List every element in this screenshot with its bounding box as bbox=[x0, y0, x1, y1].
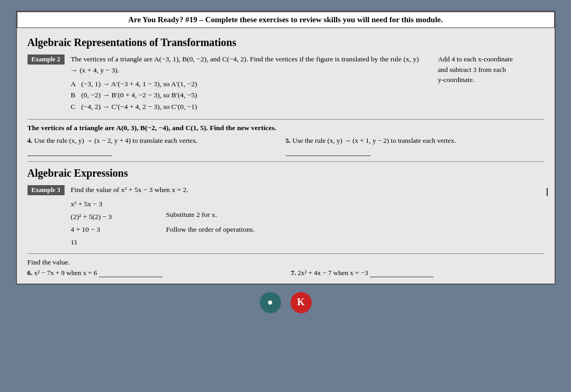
bottom-problems: 6. x² − 7x + 9 when x = 6 7. 2x² + 4x − … bbox=[28, 269, 544, 277]
problem7-text: 2x² + 4x − 7 when x = −3 bbox=[298, 269, 368, 277]
practice-question: The vertices of a triangle are A(0, 3), … bbox=[28, 124, 544, 132]
find-value-label: Find the value. bbox=[28, 258, 544, 267]
math-step1: x² + 5x − 3 bbox=[71, 198, 156, 211]
note2: Follow the order of operations. bbox=[166, 222, 255, 237]
math-step4: 11 bbox=[71, 236, 156, 249]
problems-row: 4. Use the rule (x, y) → (x − 2, y + 4) … bbox=[28, 135, 544, 156]
example3-intro: Find the value of x² + 5x − 3 when x = 2… bbox=[71, 185, 544, 196]
text-cursor bbox=[547, 188, 548, 196]
problem4-text: Use the rule (x, y) → (x − 2, y + 4) to … bbox=[34, 136, 198, 144]
problem4-num: 4. bbox=[28, 136, 33, 144]
step-A-text: (−3, 1) → A′(−3 + 4, 1 − 3), so A′(1, −2… bbox=[81, 78, 197, 90]
step-B: B (0, −2) → B′(0 + 4, −2 − 3), so B′(4, … bbox=[71, 89, 422, 101]
problem6-text: x² − 7x + 9 when x = 6 bbox=[34, 269, 97, 277]
k-icon[interactable]: K bbox=[291, 292, 312, 313]
header-text: Are You Ready? #19 – Complete these exer… bbox=[128, 15, 443, 24]
example3-label: Example 3 bbox=[28, 185, 65, 195]
step-B-text: (0, −2) → B′(0 + 4, −2 − 3), so B′(4, −5… bbox=[81, 89, 197, 101]
page-container: Are You Ready? #19 – Complete these exer… bbox=[16, 11, 556, 285]
step-A: A (−3, 1) → A′(−3 + 4, 1 − 3), so A′(1, … bbox=[71, 78, 422, 90]
note1: Substitute 2 for x. bbox=[166, 207, 255, 222]
example2-intro: The vertices of a triangle are A(−3, 1),… bbox=[71, 54, 422, 76]
teal-icon[interactable]: ● bbox=[260, 292, 281, 313]
step-C-text: (−4, 2) → C′(−4 + 4, 2 − 3), so C′(0, −1… bbox=[81, 101, 197, 113]
bottom-icons: ● K bbox=[260, 292, 312, 313]
problem7-num: 7. bbox=[291, 269, 296, 277]
note-line3: y-coordinate. bbox=[438, 75, 544, 85]
problem7: 7. 2x² + 4x − 7 when x = −3 bbox=[291, 269, 544, 277]
divider2 bbox=[28, 161, 544, 162]
header-bar: Are You Ready? #19 – Complete these exer… bbox=[17, 12, 555, 28]
step-C: C (−4, 2) → C′(−4 + 4, 2 − 3), so C′(0, … bbox=[71, 101, 422, 113]
example3-notes: Substitute 2 for x. Follow the order of … bbox=[166, 198, 255, 249]
answer-line4 bbox=[28, 156, 112, 156]
problem5: 5. Use the rule (x, y) → (x + 1, y − 2) … bbox=[286, 135, 544, 156]
example2-content: The vertices of a triangle are A(−3, 1),… bbox=[71, 54, 544, 115]
math-step2: (2)² + 5(2) − 3 bbox=[71, 211, 156, 223]
section1-title: Algebraic Representations of Transformat… bbox=[28, 37, 544, 49]
section1: Algebraic Representations of Transformat… bbox=[28, 37, 544, 156]
example3-block: Example 3 Find the value of x² + 5x − 3 … bbox=[28, 185, 544, 249]
divider3 bbox=[28, 253, 544, 254]
example3-content: Find the value of x² + 5x − 3 when x = 2… bbox=[71, 185, 544, 249]
note-line1: Add 4 to each x-coordinate bbox=[438, 54, 544, 65]
section2: Algebraic Expressions Example 3 Find the… bbox=[28, 167, 544, 277]
example2-label: Example 2 bbox=[28, 54, 65, 65]
answer-line5 bbox=[286, 156, 370, 156]
section2-title: Algebraic Expressions bbox=[28, 167, 544, 179]
example3-math: x² + 5x − 3 (2)² + 5(2) − 3 4 + 10 − 3 1… bbox=[71, 198, 156, 249]
example2-notes: Add 4 to each x-coordinate and subtract … bbox=[438, 54, 544, 113]
problem6: 6. x² − 7x + 9 when x = 6 bbox=[28, 269, 280, 277]
example2-block: Example 2 The vertices of a triangle are… bbox=[28, 54, 544, 115]
problem4: 4. Use the rule (x, y) → (x − 2, y + 4) … bbox=[28, 135, 286, 156]
math-step3: 4 + 10 − 3 bbox=[71, 223, 156, 236]
problem5-text: Use the rule (x, y) → (x + 1, y − 2) to … bbox=[293, 136, 456, 144]
answer-line7 bbox=[370, 277, 433, 277]
problem5-num: 5. bbox=[286, 136, 291, 144]
note-line2: and subtract 3 from each bbox=[438, 65, 544, 75]
answer-line6 bbox=[99, 277, 162, 277]
divider1 bbox=[28, 119, 544, 120]
problem6-num: 6. bbox=[28, 269, 33, 277]
